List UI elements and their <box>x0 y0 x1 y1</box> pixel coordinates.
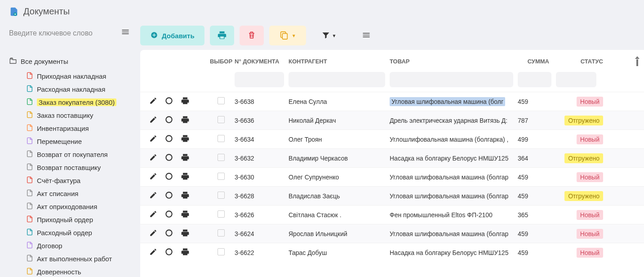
sidebar-toggle-icon[interactable] <box>120 27 130 39</box>
row-checkbox[interactable] <box>218 135 225 142</box>
table-row[interactable]: 3-6630Олег СупруненкоУгловая шлифовальна… <box>140 167 644 186</box>
table-row[interactable]: 3-6622Тарас ДобушНасадка на болгарку Бел… <box>140 243 644 262</box>
cell-sum: 459 <box>518 174 558 181</box>
col-header-status[interactable]: СТАТУС <box>558 58 603 65</box>
edit-icon[interactable] <box>149 210 157 219</box>
search-input[interactable] <box>9 29 99 37</box>
print-row-icon[interactable] <box>181 153 190 163</box>
print-row-icon[interactable] <box>181 172 190 182</box>
col-header-contragent[interactable]: КОНТРАГЕНТ <box>289 58 390 65</box>
add-button[interactable]: Добавить <box>140 26 204 45</box>
circle-icon[interactable] <box>164 115 173 125</box>
sidebar-item-label: Счёт-фактура <box>37 177 80 184</box>
print-row-icon[interactable] <box>181 115 190 125</box>
scroll-up-button[interactable] <box>634 55 640 68</box>
col-header-docnum[interactable]: N° ДОКУМЕНТА <box>235 58 289 65</box>
edit-icon[interactable] <box>149 97 157 106</box>
table-row[interactable]: 3-6628Владислав ЗаєцьУгловая шлифовальна… <box>140 186 644 205</box>
edit-icon[interactable] <box>149 116 157 125</box>
print-row-icon[interactable] <box>181 191 190 201</box>
document-icon <box>26 85 33 94</box>
document-icon <box>26 98 33 107</box>
sidebar-item[interactable]: Приходный ордер <box>26 213 130 226</box>
document-icon <box>26 228 33 237</box>
copy-button[interactable]: ▼ <box>269 26 306 45</box>
tree-root-all-documents[interactable]: Все документы <box>9 55 130 68</box>
col-header-product[interactable]: ТОВАР <box>390 58 518 65</box>
more-menu-button[interactable] <box>351 26 381 45</box>
sidebar-item[interactable]: Приходная накладная <box>26 70 130 83</box>
edit-icon[interactable] <box>149 172 157 182</box>
circle-icon[interactable] <box>164 247 173 258</box>
cell-docnum: 3-6636 <box>235 117 289 124</box>
print-row-icon[interactable] <box>181 134 190 144</box>
sidebar-item[interactable]: Счёт-фактура <box>26 174 130 187</box>
table-row[interactable]: 3-6626Світлана Стасюк .Фен промышленный … <box>140 205 644 224</box>
filter-product[interactable] <box>390 72 513 87</box>
row-checkbox[interactable] <box>218 97 225 104</box>
row-checkbox[interactable] <box>218 154 225 161</box>
document-icon <box>26 111 33 120</box>
row-checkbox[interactable] <box>218 173 225 180</box>
row-checkbox[interactable] <box>218 192 225 199</box>
print-button[interactable] <box>210 26 234 45</box>
sidebar-item[interactable]: Акт оприходования <box>26 200 130 213</box>
table-row[interactable]: 3-6624Ярослав ИльницкийУгловая шлифоваль… <box>140 224 644 243</box>
sidebar-item[interactable]: Расходный ордер <box>26 226 130 239</box>
filter-contragent[interactable] <box>289 72 385 87</box>
sidebar-item[interactable]: Возврат поставщику <box>26 161 130 174</box>
table-row[interactable]: 3-6636Николай ДеркачДрель электрическая … <box>140 111 644 130</box>
cell-contragent: Тарас Добуш <box>289 249 390 256</box>
cell-contragent: Елена Сулла <box>289 98 390 105</box>
print-row-icon[interactable] <box>181 228 190 239</box>
cell-status: Новый <box>558 97 603 107</box>
table-row[interactable]: 3-6632Владимир ЧеркасовНасадка на болгар… <box>140 148 644 167</box>
circle-icon[interactable] <box>164 210 173 220</box>
sidebar-item[interactable]: Доверенность <box>26 265 130 277</box>
filter-button[interactable]: ▼ <box>311 26 346 45</box>
col-header-sum[interactable]: СУММА <box>518 58 558 65</box>
table-row[interactable]: 3-6638Елена СуллаУгловая шлифовальная ма… <box>140 92 644 111</box>
filter-docnum[interactable] <box>235 72 284 87</box>
circle-icon[interactable] <box>164 153 173 163</box>
print-row-icon[interactable] <box>181 210 190 220</box>
cell-product: Угловая шлифовальная машина (болг <box>390 97 518 106</box>
edit-icon[interactable] <box>149 134 157 144</box>
trash-icon <box>247 31 256 41</box>
edit-icon[interactable] <box>149 191 157 201</box>
sidebar-item[interactable]: Возврат от покупателя <box>26 148 130 161</box>
sidebar-item[interactable]: Инвентаризация <box>26 122 130 135</box>
col-header-select[interactable]: ВЫБОР <box>208 58 235 65</box>
sidebar-item[interactable]: Акт выполненных работ <box>26 252 130 265</box>
document-icon <box>26 150 33 159</box>
row-checkbox[interactable] <box>218 116 225 123</box>
print-row-icon[interactable] <box>181 96 190 107</box>
sidebar-item[interactable]: Договор <box>26 239 130 252</box>
sidebar-item[interactable]: Расходная накладная <box>26 83 130 96</box>
circle-icon[interactable] <box>164 96 173 107</box>
cell-status: Новый <box>558 134 603 144</box>
row-checkbox[interactable] <box>218 229 225 237</box>
sidebar-item[interactable]: Заказ покупателя (3080) <box>26 96 130 109</box>
edit-icon[interactable] <box>149 248 157 257</box>
sidebar-item[interactable]: Акт списания <box>26 187 130 200</box>
circle-icon[interactable] <box>164 134 173 144</box>
sidebar-item[interactable]: Перемещение <box>26 135 130 148</box>
edit-icon[interactable] <box>149 153 157 163</box>
row-checkbox[interactable] <box>218 248 225 255</box>
circle-icon[interactable] <box>164 172 173 182</box>
filter-status[interactable] <box>556 72 596 87</box>
svg-point-8 <box>166 135 172 141</box>
row-checkbox[interactable] <box>218 210 225 218</box>
circle-icon[interactable] <box>164 191 173 201</box>
print-row-icon[interactable] <box>181 247 190 258</box>
edit-icon[interactable] <box>149 229 157 238</box>
filter-sum[interactable] <box>518 72 551 87</box>
sidebar-item[interactable]: Заказ поставщику <box>26 109 130 122</box>
svg-point-12 <box>166 211 172 217</box>
circle-icon[interactable] <box>164 228 173 239</box>
cell-status: Новый <box>558 229 603 239</box>
delete-button[interactable] <box>240 26 264 45</box>
table-row[interactable]: 3-6634Олег ТроянУглошлифовальная машина … <box>140 130 644 148</box>
cell-contragent: Владислав Заєць <box>289 192 390 200</box>
